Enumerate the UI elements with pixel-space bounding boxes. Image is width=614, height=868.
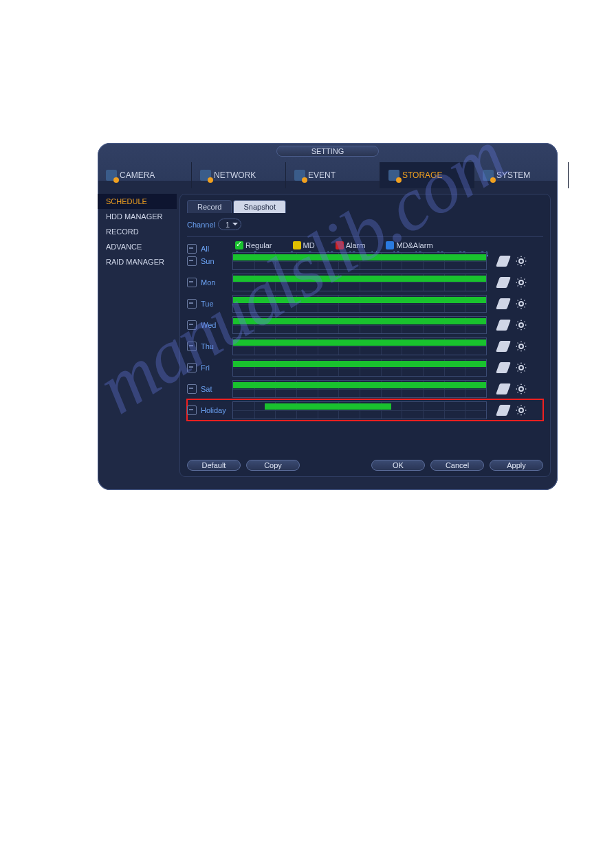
subtab-snapshot[interactable]: Snapshot: [233, 200, 285, 213]
row-actions: [498, 341, 527, 352]
day-rows: AllSunMonTueWedThuFriSatHoliday: [187, 249, 543, 421]
tab-label: SYSTEM: [496, 170, 530, 180]
top-nav: CAMERANETWORKEVENTSTORAGESYSTEM: [98, 162, 558, 188]
day-row-holiday: Holiday: [187, 399, 543, 421]
tab-label: EVENT: [308, 170, 336, 180]
setting-window: SETTING CAMERANETWORKEVENTSTORAGESYSTEM …: [98, 143, 558, 490]
svg-point-2: [519, 302, 523, 306]
sidebar-item-schedule[interactable]: SCHEDULE: [98, 194, 177, 209]
eraser-icon[interactable]: [496, 320, 511, 331]
gear-icon[interactable]: [516, 320, 527, 331]
system-icon: [483, 170, 494, 181]
eraser-icon[interactable]: [496, 256, 511, 267]
gear-icon[interactable]: [516, 383, 527, 394]
svg-point-1: [519, 280, 523, 285]
titlebar: SETTING: [98, 143, 558, 161]
regular-bar: [233, 382, 486, 388]
tab-camera[interactable]: CAMERA: [98, 162, 192, 188]
day-label: Wed: [201, 321, 232, 329]
link-day-icon[interactable]: [187, 342, 197, 351]
cancel-button[interactable]: Cancel: [430, 460, 484, 471]
gear-icon[interactable]: [516, 277, 527, 288]
eraser-icon[interactable]: [496, 341, 511, 352]
link-day-icon[interactable]: [187, 405, 197, 415]
regular-bar: [233, 297, 486, 303]
link-day-icon[interactable]: [187, 320, 197, 330]
timeline[interactable]: [232, 359, 487, 377]
timeline[interactable]: [232, 401, 487, 419]
channel-label: Channel: [187, 221, 215, 229]
gear-icon[interactable]: [516, 405, 527, 416]
row-actions: [498, 277, 527, 288]
eraser-icon[interactable]: [496, 277, 511, 288]
regular-bar: [233, 361, 486, 367]
eraser-icon[interactable]: [496, 405, 511, 416]
row-actions: [498, 405, 527, 416]
timeline[interactable]: [232, 380, 487, 398]
tab-system[interactable]: SYSTEM: [474, 162, 569, 188]
link-day-icon[interactable]: [187, 299, 197, 309]
svg-point-5: [519, 366, 523, 370]
timeline[interactable]: [232, 316, 487, 334]
tab-label: CAMERA: [120, 170, 155, 180]
channel-value: 1: [226, 221, 230, 229]
schedule-panel: RecordSnapshot Channel 1 Regular MD Alar…: [179, 194, 551, 477]
eraser-icon[interactable]: [496, 298, 511, 309]
link-day-icon[interactable]: [187, 363, 197, 372]
timeline[interactable]: [232, 337, 487, 355]
gear-icon[interactable]: [516, 256, 527, 267]
row-actions: [498, 256, 527, 267]
day-row-sat: Sat: [187, 378, 543, 399]
timeline[interactable]: [232, 274, 487, 291]
apply-button[interactable]: Apply: [490, 460, 543, 471]
network-icon: [200, 170, 211, 181]
link-day-icon[interactable]: [187, 384, 197, 394]
day-row-wed: Wed: [187, 314, 543, 335]
row-actions: [498, 298, 527, 309]
svg-point-7: [519, 408, 523, 412]
tab-storage[interactable]: STORAGE: [380, 162, 474, 188]
link-day-icon[interactable]: [187, 256, 197, 266]
sidebar: SCHEDULEHDD MANAGERRECORDADVANCERAID MAN…: [98, 188, 177, 490]
tab-event[interactable]: EVENT: [286, 162, 380, 188]
gear-icon[interactable]: [516, 341, 527, 352]
sidebar-item-advance[interactable]: ADVANCE: [98, 239, 177, 254]
channel-row: Channel 1: [187, 216, 543, 236]
day-label: Sat: [201, 385, 232, 393]
day-label: Tue: [201, 300, 232, 308]
row-actions: [498, 383, 527, 394]
eraser-icon[interactable]: [496, 362, 511, 373]
svg-point-4: [519, 344, 523, 348]
day-row-sun: Sun: [187, 250, 543, 271]
schedule-grid: 024681012141618202224 AllSunMonTueWedThu…: [187, 251, 543, 421]
regular-bar: [233, 276, 486, 282]
svg-point-3: [519, 323, 523, 327]
gear-icon[interactable]: [516, 362, 527, 373]
channel-select[interactable]: 1: [218, 219, 241, 230]
copy-button[interactable]: Copy: [246, 460, 300, 471]
gear-icon[interactable]: [516, 298, 527, 309]
default-button[interactable]: Default: [187, 460, 241, 471]
day-row-tue: Tue: [187, 293, 543, 314]
sidebar-item-record[interactable]: RECORD: [98, 224, 177, 239]
subtab-bar: RecordSnapshot: [187, 200, 543, 213]
tab-network[interactable]: NETWORK: [192, 162, 286, 188]
eraser-icon[interactable]: [496, 383, 511, 394]
day-label: Mon: [201, 278, 232, 287]
timeline[interactable]: [232, 252, 487, 270]
subtab-record[interactable]: Record: [187, 200, 232, 213]
svg-point-0: [519, 259, 523, 263]
sidebar-item-hdd-manager[interactable]: HDD MANAGER: [98, 209, 177, 224]
timeline[interactable]: [232, 295, 487, 313]
ok-button[interactable]: OK: [371, 460, 425, 471]
regular-bar: [233, 254, 486, 260]
row-actions: [498, 362, 527, 373]
tab-label: NETWORK: [214, 170, 256, 180]
sidebar-item-raid-manager[interactable]: RAID MANAGER: [98, 254, 177, 269]
regular-bar: [233, 318, 486, 324]
day-label: Fri: [201, 364, 232, 372]
day-label: Holiday: [201, 406, 232, 414]
link-day-icon[interactable]: [187, 278, 197, 287]
window-title: SETTING: [276, 146, 380, 157]
event-icon: [294, 170, 305, 181]
